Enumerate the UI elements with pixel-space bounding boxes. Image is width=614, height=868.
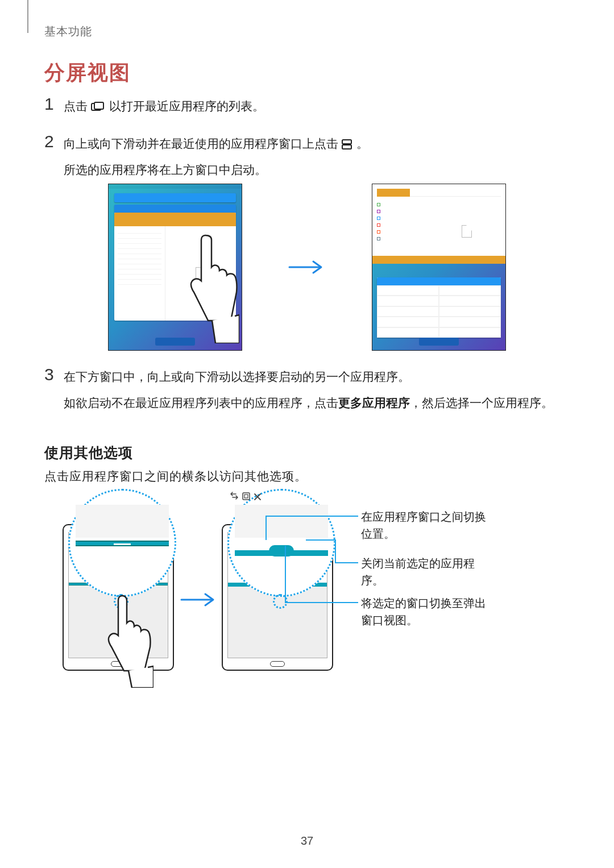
step3-line2-pre: 如欲启动不在最近应用程序列表中的应用程序，点击 (64, 396, 338, 409)
step3-line2-bold: 更多应用程序 (338, 396, 410, 409)
step2-text-post: 。 (356, 137, 368, 150)
svg-rect-3 (342, 145, 351, 149)
split-view-icon (342, 137, 356, 150)
svg-rect-1 (94, 102, 103, 109)
breadcrumb: 基本功能 (44, 24, 92, 39)
step2-text-pre: 向上或向下滑动并在最近使用的应用程序窗口上点击 (64, 137, 342, 150)
step-number: 1 (44, 95, 64, 117)
step3-line1: 在下方窗口中，向上或向下滑动以选择要启动的另一个应用程序。 (64, 366, 570, 388)
step-number: 2 (44, 133, 64, 181)
step-number: 3 (44, 366, 64, 414)
screenshot-split-view (372, 184, 506, 351)
callout-popup: 将选定的窗口切换至弹出窗口视图。 (361, 595, 486, 629)
sub-paragraph: 点击应用程序窗口之间的横条以访问其他选项。 (44, 468, 307, 484)
step3-line2-post: ，然后选择一个应用程序。 (410, 396, 553, 409)
figure-split-bar-options: 在应用程序窗口之间切换位置。 关闭当前选定的应用程序。 将选定的窗口切换至弹出窗… (51, 495, 563, 682)
callout-leaders (51, 495, 563, 682)
callout-swap: 在应用程序窗口之间切换位置。 (361, 508, 486, 542)
step1-text-pre: 点击 (64, 99, 91, 113)
arrow-right-icon (287, 259, 327, 276)
step-1: 1 点击 以打开最近应用程序的列表。 (44, 95, 570, 117)
svg-rect-2 (342, 140, 351, 144)
step-2: 2 向上或向下滑动并在最近使用的应用程序窗口上点击 。 所选的应用程序将在上方窗… (44, 133, 570, 181)
subheading: 使用其他选项 (44, 443, 133, 462)
step-3: 3 在下方窗口中，向上或向下滑动以选择要启动的另一个应用程序。 如欲启动不在最近… (44, 366, 570, 430)
page-number: 37 (0, 834, 614, 848)
page-title: 分屏视图 (44, 59, 131, 87)
screenshot-recent-apps (108, 184, 242, 351)
hand-pointer-icon (182, 230, 239, 343)
page-margin-rule (27, 0, 28, 33)
step2-line2: 所选的应用程序将在上方窗口中启动。 (64, 159, 570, 181)
recent-apps-icon (91, 99, 109, 113)
figure-recent-to-split (108, 181, 506, 354)
step1-text-post: 以打开最近应用程序的列表。 (109, 99, 264, 113)
callout-close: 关闭当前选定的应用程序。 (361, 555, 486, 589)
